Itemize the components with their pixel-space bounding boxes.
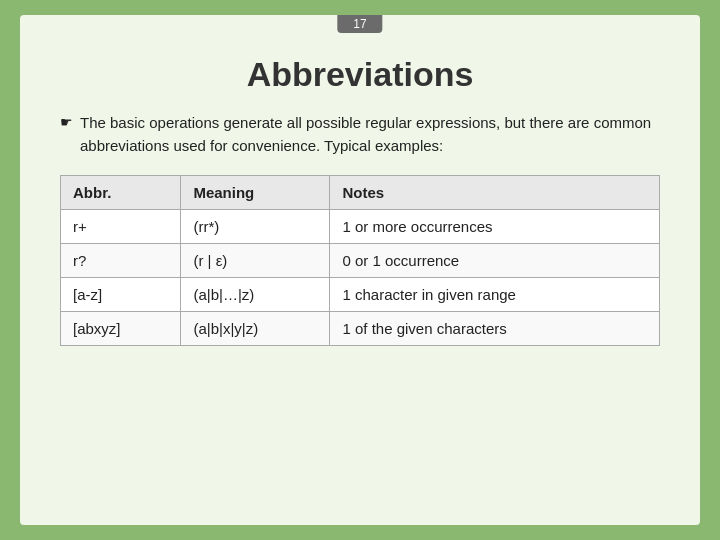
table-cell-0-2: 1 or more occurrences <box>330 210 660 244</box>
table-cell-0-0: r+ <box>61 210 181 244</box>
table-header-row: Abbr. Meaning Notes <box>61 176 660 210</box>
table-cell-2-2: 1 character in given range <box>330 278 660 312</box>
slide-number: 17 <box>337 15 382 33</box>
table-cell-3-2: 1 of the given characters <box>330 312 660 346</box>
table-cell-2-1: (a|b|…|z) <box>181 278 330 312</box>
table-cell-1-1: (r | ε) <box>181 244 330 278</box>
abbreviations-table: Abbr. Meaning Notes r+(rr*)1 or more occ… <box>60 175 660 346</box>
slide: 17 Abbreviations The basic operations ge… <box>20 15 700 525</box>
slide-content: Abbreviations The basic operations gener… <box>20 15 700 525</box>
table-cell-0-1: (rr*) <box>181 210 330 244</box>
table-row: [abxyz](a|b|x|y|z)1 of the given charact… <box>61 312 660 346</box>
slide-bullet: The basic operations generate all possib… <box>60 112 660 157</box>
table-cell-1-2: 0 or 1 occurrence <box>330 244 660 278</box>
col-header-notes: Notes <box>330 176 660 210</box>
table-row: r+(rr*)1 or more occurrences <box>61 210 660 244</box>
table-row: [a-z](a|b|…|z)1 character in given range <box>61 278 660 312</box>
slide-title: Abbreviations <box>60 55 660 94</box>
table-cell-1-0: r? <box>61 244 181 278</box>
table-cell-3-0: [abxyz] <box>61 312 181 346</box>
table-cell-2-0: [a-z] <box>61 278 181 312</box>
col-header-meaning: Meaning <box>181 176 330 210</box>
table-row: r?(r | ε)0 or 1 occurrence <box>61 244 660 278</box>
table-cell-3-1: (a|b|x|y|z) <box>181 312 330 346</box>
col-header-abbr: Abbr. <box>61 176 181 210</box>
